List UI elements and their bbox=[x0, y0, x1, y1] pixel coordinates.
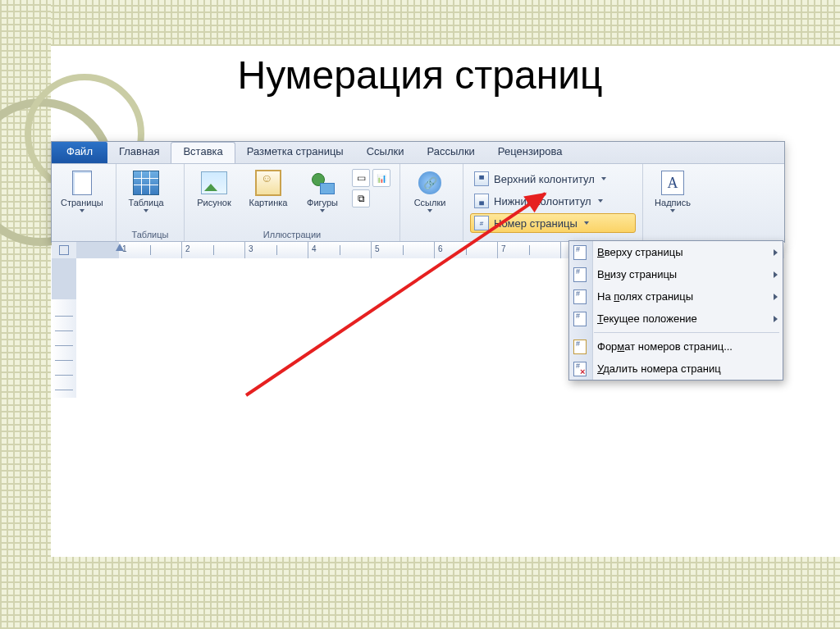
table-icon bbox=[133, 170, 159, 196]
textbox-button[interactable]: A Надпись bbox=[648, 167, 697, 215]
globe-link-icon: 🔗 bbox=[417, 170, 443, 196]
ruler-vertical[interactable] bbox=[52, 258, 77, 398]
page-number-icon: # bbox=[474, 216, 489, 230]
slide-bg-bottom bbox=[0, 557, 840, 629]
links-label: Ссылки bbox=[414, 198, 446, 207]
chevron-down-icon bbox=[598, 199, 603, 203]
footer-button[interactable]: ▄ Нижний колонтитул bbox=[470, 191, 636, 211]
chart-button[interactable]: 📊 bbox=[372, 169, 390, 187]
header-icon: ▀ bbox=[474, 171, 489, 186]
menu-label: Удалить номера страниц bbox=[597, 362, 721, 375]
word-window: Файл Главная Вставка Разметка страницы С… bbox=[51, 141, 785, 243]
shapes-label: Фигуры bbox=[307, 198, 338, 207]
group-label-links bbox=[405, 230, 458, 239]
tab-review[interactable]: Рецензирова bbox=[486, 142, 574, 163]
current-position-icon bbox=[573, 312, 587, 326]
pages-label: Страницы bbox=[61, 198, 103, 207]
shapes-icon bbox=[309, 170, 336, 196]
pages-button[interactable]: Страницы bbox=[57, 167, 107, 215]
page-number-menu: Вверху страницы Внизу страницы На полях … bbox=[568, 240, 783, 381]
page-number-button[interactable]: # Номер страницы bbox=[470, 213, 636, 233]
group-label-text bbox=[648, 230, 705, 239]
tab-references[interactable]: Ссылки bbox=[355, 142, 416, 163]
group-label-tables: Таблицы bbox=[121, 230, 179, 239]
header-label: Верхний колонтитул bbox=[494, 173, 595, 185]
shapes-button[interactable]: Фигуры bbox=[298, 167, 347, 215]
page-icon bbox=[69, 170, 95, 196]
picture-button[interactable]: Рисунок bbox=[189, 167, 239, 210]
menu-label: Текущее положение bbox=[597, 312, 697, 325]
chevron-down-icon bbox=[601, 177, 606, 180]
chevron-right-icon bbox=[774, 316, 778, 322]
menu-current-position[interactable]: Текущее положение bbox=[569, 308, 783, 330]
menu-label: На полях страницы bbox=[597, 290, 693, 303]
menu-remove-page-numbers[interactable]: × Удалить номера страниц bbox=[569, 358, 783, 380]
screenshot-button[interactable]: ⧉ bbox=[352, 189, 370, 207]
chevron-down-icon bbox=[670, 209, 675, 212]
menu-bottom-of-page[interactable]: Внизу страницы bbox=[569, 263, 783, 285]
textbox-icon: A bbox=[660, 170, 686, 196]
chevron-down-icon bbox=[427, 209, 432, 212]
footer-icon: ▄ bbox=[474, 194, 489, 208]
tab-file[interactable]: Файл bbox=[52, 142, 107, 163]
ruler-corner[interactable] bbox=[52, 242, 77, 259]
tab-page-layout[interactable]: Разметка страницы bbox=[235, 142, 355, 163]
picture-icon bbox=[201, 170, 227, 196]
chevron-down-icon bbox=[584, 221, 589, 225]
tab-insert[interactable]: Вставка bbox=[171, 142, 235, 163]
group-label-pages bbox=[57, 230, 111, 239]
slide-bg-top bbox=[0, 0, 840, 46]
clipart-button[interactable]: Картинка bbox=[244, 167, 293, 210]
clipart-label: Картинка bbox=[249, 198, 288, 207]
page-bottom-icon bbox=[573, 267, 587, 282]
clipart-icon bbox=[255, 170, 281, 196]
links-button[interactable]: 🔗 Ссылки bbox=[405, 167, 454, 215]
picture-label: Рисунок bbox=[197, 198, 231, 207]
chevron-down-icon bbox=[144, 209, 148, 212]
group-label-illustrations: Иллюстрации bbox=[189, 230, 395, 239]
remove-icon: × bbox=[573, 362, 587, 376]
menu-label: Формат номеров страниц... bbox=[597, 340, 733, 353]
menu-separator bbox=[594, 332, 779, 333]
table-button[interactable]: Таблица bbox=[121, 167, 171, 215]
menu-page-margins[interactable]: На полях страницы bbox=[569, 285, 783, 308]
tab-home[interactable]: Главная bbox=[107, 142, 171, 163]
ribbon-tabs: Файл Главная Вставка Разметка страницы С… bbox=[52, 142, 784, 164]
page-margins-icon bbox=[573, 289, 587, 304]
header-button[interactable]: ▀ Верхний колонтитул bbox=[470, 169, 636, 189]
chevron-down-icon bbox=[320, 209, 325, 212]
textbox-label: Надпись bbox=[655, 198, 691, 207]
ribbon: Страницы Таблица Таблицы bbox=[52, 164, 784, 242]
illustration-small-buttons: ▭ 📊 ⧉ bbox=[352, 167, 390, 228]
page-top-icon bbox=[573, 245, 587, 260]
chevron-right-icon bbox=[774, 249, 778, 256]
slide-title: Нумерация страниц bbox=[0, 52, 840, 98]
menu-label: Вверху страницы bbox=[597, 246, 683, 258]
format-icon bbox=[573, 340, 587, 354]
menu-top-of-page[interactable]: Вверху страницы bbox=[569, 241, 783, 263]
tab-mailings[interactable]: Рассылки bbox=[416, 142, 486, 163]
smartart-button[interactable]: ▭ bbox=[352, 169, 370, 187]
chevron-down-icon bbox=[80, 209, 84, 212]
table-button-label: Таблица bbox=[128, 198, 163, 207]
chevron-right-icon bbox=[774, 294, 778, 300]
menu-label: Внизу страницы bbox=[597, 268, 677, 280]
menu-format-page-numbers[interactable]: Формат номеров страниц... bbox=[569, 335, 783, 358]
chevron-right-icon bbox=[774, 271, 778, 278]
